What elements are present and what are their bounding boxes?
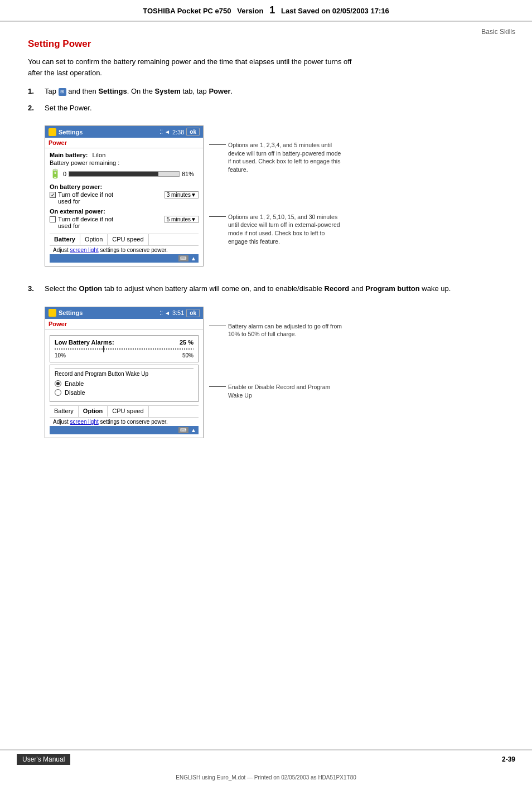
settings-body-1: Main battery: LiIon Battery power remain… (45, 148, 203, 266)
time-display-1: 2:38 (172, 129, 184, 135)
tab-cpu-1[interactable]: CPU speed (108, 234, 148, 245)
power-label-1: Power (45, 138, 203, 148)
settings-box-1: Settings ⁚⁚ ◄ 2:38 ok Power Main battery… (45, 125, 204, 266)
tab-option-2[interactable]: Option (79, 406, 108, 417)
footer-post-2: settings to conserve power. (99, 419, 168, 425)
external-turnoff-checkbox: Turn off device if not used for (50, 216, 160, 229)
step-1-num: 1. (28, 86, 45, 97)
external-checkbox-row: Turn off device if not used for 5 minute… (50, 216, 199, 230)
arrow-line-2a (209, 326, 226, 326)
slider-track[interactable] (55, 348, 194, 350)
settings-screenshot-2: Settings ⁚⁚ ◄ 3:51 ok Power Low Battery … (28, 300, 504, 445)
ext-turnoff-label: Turn off device if not (58, 216, 113, 222)
step-1: 1. Tap ⊞ and then Settings. On the Syste… (28, 86, 504, 97)
step-1-text: Tap ⊞ and then Settings. On the System t… (45, 86, 504, 97)
settings-icon-2 (49, 309, 56, 317)
battery-icon: 🔋 (50, 168, 61, 179)
battery-checkbox[interactable]: ✓ (50, 192, 56, 198)
settings-body-2: Low Battery Alarms: 25 % 10% 50% Record … (45, 329, 203, 438)
settings-titlebar-2: Settings ⁚⁚ ◄ 3:51 ok (45, 307, 203, 319)
battery-pct: 81% (182, 171, 199, 177)
slider-thumb (103, 346, 104, 352)
enable-radio-row: Enable (55, 380, 194, 387)
slider-right-label: 50% (182, 352, 194, 358)
keyboard-icon-2: ⌨ (178, 427, 188, 433)
battery-checkbox-row: ✓ Turn off device if not used for 3 minu… (50, 191, 199, 206)
low-battery-label: Low Battery Alarms: (55, 339, 114, 346)
battery-remaining-label: Battery power remaining : (50, 159, 199, 166)
ext-usedfor-label: used for (58, 222, 80, 229)
dropdown-arrow-1: ▼ (191, 192, 196, 198)
tab-battery-2[interactable]: Battery (50, 406, 79, 417)
battery-zero: 0 (63, 171, 66, 177)
version-label: Version (237, 7, 263, 15)
footer-post-1: settings to conserve power. (99, 247, 168, 253)
settings-title-text-1: Settings (59, 129, 83, 135)
annotation-text-2b: Enable or Disable Record and Program Wak… (228, 383, 343, 399)
main-battery-label: Main battery: (50, 152, 88, 158)
battery-bar-container (69, 171, 180, 177)
external-minutes-dropdown[interactable]: 5 minutes ▼ (165, 216, 199, 223)
ext-minutes-value: 5 minutes (167, 216, 191, 222)
footer-pre-2: Adjust (53, 419, 70, 425)
ok-button-2[interactable]: ok (186, 309, 200, 317)
screen-light-link-1[interactable]: screen light (70, 247, 99, 253)
arrow-up-2: ▲ (191, 427, 196, 433)
section-label: Basic Skills (481, 28, 515, 36)
step-3: 3. Select the Option tab to adjust when … (28, 283, 504, 294)
battery-minutes-dropdown[interactable]: 3 minutes ▼ (165, 191, 199, 198)
annotation-2b: Enable or Disable Record and Program Wak… (209, 383, 343, 399)
low-battery-row: Low Battery Alarms: 25 % (55, 339, 194, 346)
annotation-1a: Options are 1, 2,3,4, and 5 minutes unti… (209, 141, 343, 174)
arrow-up-1: ▲ (191, 255, 196, 261)
power-label-2: Power (45, 319, 203, 329)
saved-label: Last Saved on 02/05/2003 17:16 (281, 7, 389, 15)
ok-button-1[interactable]: ok (186, 128, 200, 136)
tab-battery-1[interactable]: Battery (50, 234, 80, 245)
on-battery-label: On battery power: (50, 183, 199, 190)
tab-cpu-2[interactable]: CPU speed (108, 406, 148, 417)
step-2-num: 2. (28, 103, 45, 114)
settings-tabs-2: Battery Option CPU speed (50, 405, 199, 417)
start-icon: ⊞ (59, 88, 66, 96)
battery-bar-fill (69, 172, 158, 176)
tab-option-1[interactable]: Option (80, 234, 108, 245)
version-num: 1 (269, 4, 275, 16)
arrow-line-1a (209, 144, 226, 145)
arrow-line-1b (209, 216, 226, 217)
step-2-text: Set the Power. (45, 103, 504, 114)
battery-row-1: Main battery: LiIon (50, 152, 199, 158)
disable-label: Disable (65, 389, 85, 396)
section-title: Setting Power (28, 38, 504, 50)
annotation-text-1b: Options are 1, 2, 5,10, 15, and 30 minut… (228, 213, 343, 246)
external-checkbox[interactable] (50, 216, 56, 222)
settings-box-2: Settings ⁚⁚ ◄ 3:51 ok Power Low Battery … (45, 307, 204, 438)
titlebar-left-1: Settings (49, 128, 83, 136)
annotation-text-1a: Options are 1, 2,3,4, and 5 minutes unti… (228, 141, 343, 174)
brand-text: TOSHIBA Pocket PC e750 Version 1 Last Sa… (143, 7, 389, 15)
turnoff-label: Turn off device if not (58, 191, 113, 198)
main-content: Setting Power You can set to confirm the… (0, 27, 532, 466)
battery-type: LiIon (92, 152, 105, 158)
titlebar-left-2: Settings (49, 309, 83, 317)
settings-footer-bar-1: ⌨ ▲ (50, 254, 199, 263)
battery-turnoff-checkbox: ✓ Turn off device if not used for (50, 191, 160, 205)
settings-footer-bar-2: ⌨ ▲ (50, 426, 199, 434)
step-3-num: 3. (28, 283, 45, 294)
settings-screenshot-1: Settings ⁚⁚ ◄ 2:38 ok Power Main battery… (28, 119, 504, 273)
titlebar-right-1: ⁚⁚ ◄ 2:38 ok (159, 128, 200, 136)
disable-radio-btn[interactable] (55, 389, 61, 396)
footer-print: ENGLISH using Euro_M.dot — Printed on 02… (0, 774, 532, 781)
screen-light-link-2[interactable]: screen light (70, 419, 99, 425)
page-header: TOSHIBA Pocket PC e750 Version 1 Last Sa… (0, 0, 532, 22)
settings-tabs-1: Battery Option CPU speed (50, 234, 199, 245)
enable-radio-btn[interactable] (55, 380, 61, 387)
signal-icons-1: ⁚⁚ ◄ (159, 129, 170, 135)
titlebar-right-2: ⁚⁚ ◄ 3:51 ok (159, 309, 200, 317)
footer-manual-label: User's Manual (17, 754, 70, 765)
step-3-text: Select the Option tab to adjust when bat… (45, 283, 504, 294)
intro-text: You can set to confirm the battery remai… (28, 56, 362, 78)
step-2: 2. Set the Power. (28, 103, 504, 114)
slider-left-label: 10% (55, 352, 66, 358)
annotation-block-1: Options are 1, 2,3,4, and 5 minutes unti… (209, 119, 343, 246)
